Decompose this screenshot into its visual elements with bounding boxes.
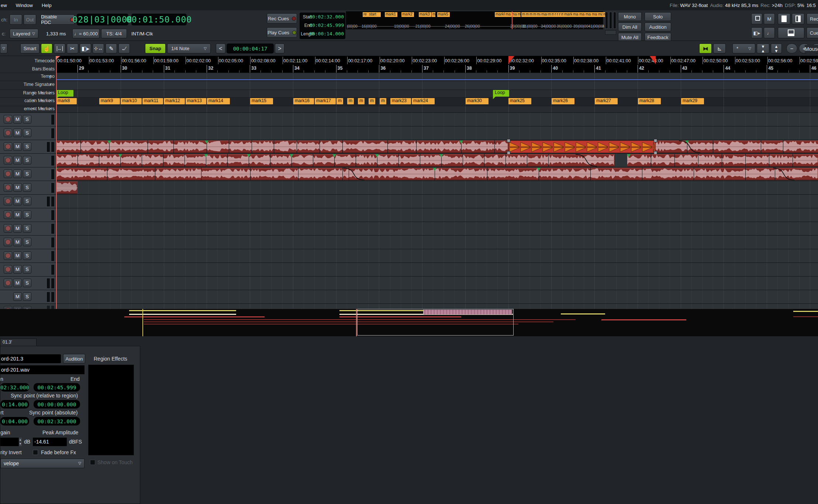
audio-region[interactable] xyxy=(56,140,508,153)
region-boundary[interactable] xyxy=(274,140,274,153)
sync-abs-clock[interactable]: 00:02:32.000 xyxy=(34,417,80,425)
playhead[interactable] xyxy=(56,56,57,309)
region-boundary[interactable] xyxy=(713,140,713,153)
record-arm-button[interactable] xyxy=(4,142,12,151)
editor-pane-right-icon[interactable] xyxy=(792,13,804,24)
region-boundary[interactable] xyxy=(745,154,746,167)
region-boundary[interactable] xyxy=(674,154,675,167)
dim-all-button[interactable]: Dim All xyxy=(618,22,642,31)
location-marker[interactable]: mark9 xyxy=(99,98,120,104)
region-boundary[interactable] xyxy=(590,168,591,180)
track-header[interactable]: MS xyxy=(0,277,56,290)
location-marker[interactable]: m xyxy=(336,98,343,104)
location-marker[interactable]: mark23 xyxy=(390,98,411,104)
track-header[interactable]: MS xyxy=(0,126,56,140)
minimap-marker[interactable]: m xyxy=(547,12,551,17)
play-cues-button[interactable]: Play Cues xyxy=(267,27,297,38)
solo-button[interactable]: S xyxy=(23,251,31,260)
minimap-marker[interactable]: m xyxy=(525,12,529,17)
crossfade[interactable] xyxy=(576,154,597,167)
mute-button[interactable]: M xyxy=(13,197,22,205)
arrangement-next-button[interactable]: > xyxy=(49,106,51,111)
primary-clock[interactable]: 028|03|0000 xyxy=(77,14,128,25)
region-boundary[interactable] xyxy=(694,168,694,180)
mute-button[interactable]: M xyxy=(13,142,22,151)
visible-tracks-select[interactable]: *▽ xyxy=(732,44,755,53)
region-boundary[interactable] xyxy=(148,140,148,153)
region-boundary[interactable] xyxy=(651,154,651,167)
range-next-button[interactable]: > xyxy=(49,90,51,95)
region-boundary[interactable] xyxy=(297,140,297,153)
mute-button[interactable]: M xyxy=(13,279,22,287)
stretch-tool[interactable]: ⊹↔ xyxy=(93,44,104,53)
zoom-to-range-button[interactable]: ⊾ xyxy=(713,44,726,53)
mute-button[interactable]: M xyxy=(13,183,22,192)
region-boundary[interactable] xyxy=(252,140,252,153)
range-length-clock[interactable]: 00:00:14.000 xyxy=(309,31,344,37)
minimap-marker[interactable]: mark2 xyxy=(401,12,414,17)
grid-select[interactable]: 1/4 Note▽ xyxy=(167,44,211,53)
location-marker[interactable]: m xyxy=(347,98,354,104)
location-marker[interactable]: mark27 xyxy=(595,98,618,104)
region-boundary[interactable] xyxy=(494,140,495,153)
record-arm-button[interactable] xyxy=(4,183,12,192)
mute-button[interactable]: M xyxy=(13,238,22,246)
crop-region-icon[interactable] xyxy=(751,13,762,24)
region-handle[interactable] xyxy=(507,139,510,142)
draw-tool[interactable]: ✎ xyxy=(106,44,117,53)
region-boundary[interactable] xyxy=(769,154,769,167)
solo-button[interactable]: S xyxy=(23,129,31,137)
location-prev-button[interactable]: < xyxy=(32,98,35,102)
tempo-button[interactable]: ♩= 60,000 xyxy=(72,29,100,38)
region-effects-list[interactable] xyxy=(88,365,134,455)
note-button[interactable]: ♩ xyxy=(764,27,775,38)
track-canvas[interactable] xyxy=(56,112,818,309)
region-boundary[interactable] xyxy=(270,154,270,167)
gain-input[interactable] xyxy=(0,438,19,446)
track-header[interactable]: MS xyxy=(0,167,56,181)
edit-point-select[interactable]: ▽ xyxy=(0,44,7,53)
region-boundary[interactable] xyxy=(398,154,399,167)
range-end-clock[interactable]: 00:02:45.999 xyxy=(309,22,344,28)
region-boundary[interactable] xyxy=(313,154,313,167)
nudge-forward-button[interactable]: > xyxy=(275,44,284,53)
track-header[interactable]: MS xyxy=(0,113,56,126)
record-arm-button[interactable] xyxy=(4,211,12,219)
crossfade[interactable] xyxy=(773,168,794,180)
record-arm-button[interactable] xyxy=(4,115,12,124)
loop-range-marker[interactable]: Loop xyxy=(56,90,73,97)
region-boundary[interactable] xyxy=(387,140,388,153)
timesig-ruler[interactable] xyxy=(56,81,818,90)
location-marker[interactable]: mark8 xyxy=(56,98,77,104)
location-marker[interactable]: mark17 xyxy=(315,98,336,104)
end-clock[interactable]: 00:02:45.999 xyxy=(34,383,80,392)
menu-view[interactable]: ew xyxy=(0,3,11,8)
record-mode-select[interactable]: Layered▽ xyxy=(10,29,38,38)
region-boundary[interactable] xyxy=(505,154,506,167)
crossfade[interactable] xyxy=(679,140,700,153)
track-header[interactable]: MS xyxy=(0,290,56,303)
location-marker[interactable]: mark13 xyxy=(186,98,206,104)
expand-tracks-button[interactable]: ▲▼ xyxy=(771,44,782,53)
metronome-m-button[interactable]: M xyxy=(764,13,775,24)
smart-mode-button[interactable]: Smart xyxy=(20,44,39,53)
solo-button[interactable]: S xyxy=(23,142,31,151)
timesig-button[interactable]: TS: 4/4 xyxy=(101,29,127,38)
minimap-marker[interactable]: mark1 xyxy=(385,12,397,17)
punch-out-button[interactable]: Out xyxy=(24,14,36,25)
region-boundary[interactable] xyxy=(107,168,107,180)
location-marker[interactable]: mark12 xyxy=(164,98,185,104)
region-boundary[interactable] xyxy=(320,140,320,153)
region-boundary[interactable] xyxy=(783,140,783,153)
audio-region[interactable] xyxy=(627,154,818,167)
region-boundary[interactable] xyxy=(342,168,343,180)
selection-start-flag[interactable] xyxy=(508,56,514,64)
arrangement-marker-ruler[interactable] xyxy=(56,106,818,112)
range-add-button[interactable]: + xyxy=(41,90,43,95)
record-arm-button[interactable] xyxy=(4,170,12,178)
mute-button[interactable]: M xyxy=(13,224,22,233)
mute-button[interactable]: M xyxy=(13,156,22,164)
audio-region[interactable] xyxy=(56,168,818,180)
region-dialog-tab[interactable]: 01.3' xyxy=(0,338,37,346)
crossfade[interactable] xyxy=(343,168,365,180)
